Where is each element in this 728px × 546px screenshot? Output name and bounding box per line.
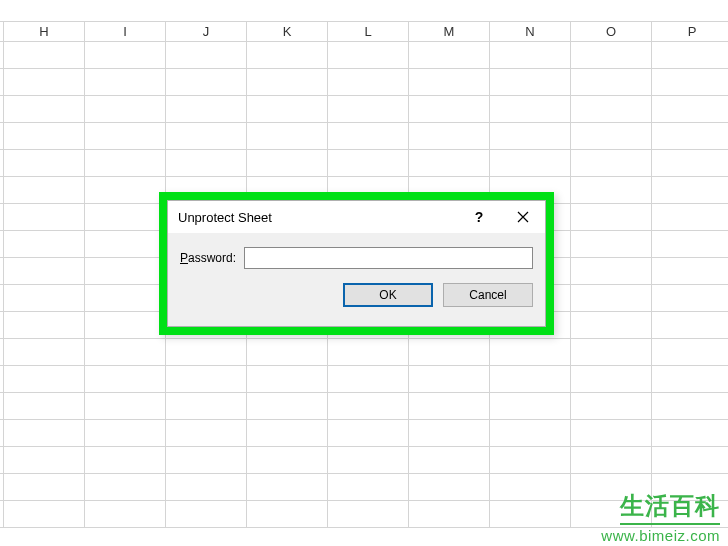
grid-cell[interactable] [652, 285, 728, 311]
grid-cell[interactable] [85, 231, 166, 257]
grid-cell[interactable] [85, 393, 166, 419]
grid-cell[interactable] [4, 366, 85, 392]
grid-cell[interactable] [247, 69, 328, 95]
column-header[interactable]: P [652, 22, 728, 41]
grid-cell[interactable] [166, 339, 247, 365]
grid-cell[interactable] [409, 501, 490, 527]
grid-cell[interactable] [409, 474, 490, 500]
grid-cell[interactable] [85, 501, 166, 527]
grid-cell[interactable] [328, 42, 409, 68]
grid-cell[interactable] [4, 123, 85, 149]
grid-cell[interactable] [4, 96, 85, 122]
grid-cell[interactable] [4, 501, 85, 527]
grid-cell[interactable] [571, 420, 652, 446]
grid-cell[interactable] [4, 42, 85, 68]
grid-cell[interactable] [571, 69, 652, 95]
grid-cell[interactable] [166, 447, 247, 473]
grid-cell[interactable] [4, 312, 85, 338]
grid-cell[interactable] [166, 150, 247, 176]
grid-cell[interactable] [4, 258, 85, 284]
grid-cell[interactable] [571, 393, 652, 419]
grid-cell[interactable] [490, 339, 571, 365]
grid-cell[interactable] [85, 447, 166, 473]
grid-cell[interactable] [652, 420, 728, 446]
grid-cell[interactable] [85, 366, 166, 392]
grid-cell[interactable] [409, 393, 490, 419]
column-header[interactable]: J [166, 22, 247, 41]
grid-cell[interactable] [652, 339, 728, 365]
grid-cell[interactable] [85, 420, 166, 446]
grid-cell[interactable] [571, 447, 652, 473]
grid-cell[interactable] [652, 366, 728, 392]
grid-cell[interactable] [490, 501, 571, 527]
grid-cell[interactable] [166, 96, 247, 122]
grid-cell[interactable] [247, 420, 328, 446]
grid-cell[interactable] [4, 177, 85, 203]
ok-button[interactable]: OK [343, 283, 433, 307]
grid-cell[interactable] [490, 150, 571, 176]
column-header[interactable]: H [4, 22, 85, 41]
grid-cell[interactable] [409, 150, 490, 176]
password-input[interactable] [244, 247, 533, 269]
grid-cell[interactable] [166, 393, 247, 419]
grid-cell[interactable] [166, 420, 247, 446]
column-header[interactable]: N [490, 22, 571, 41]
grid-cell[interactable] [4, 474, 85, 500]
cancel-button[interactable]: Cancel [443, 283, 533, 307]
grid-cell[interactable] [85, 339, 166, 365]
grid-cell[interactable] [409, 69, 490, 95]
grid-cell[interactable] [409, 123, 490, 149]
grid-cell[interactable] [409, 42, 490, 68]
grid-cell[interactable] [490, 123, 571, 149]
grid-cell[interactable] [247, 339, 328, 365]
grid-cell[interactable] [328, 474, 409, 500]
grid-cell[interactable] [4, 231, 85, 257]
column-header[interactable]: K [247, 22, 328, 41]
grid-cell[interactable] [571, 285, 652, 311]
grid-cell[interactable] [571, 123, 652, 149]
grid-cell[interactable] [4, 204, 85, 230]
grid-cell[interactable] [328, 393, 409, 419]
grid-cell[interactable] [490, 366, 571, 392]
grid-cell[interactable] [166, 366, 247, 392]
grid-cell[interactable] [85, 123, 166, 149]
grid-cell[interactable] [4, 150, 85, 176]
grid-cell[interactable] [571, 42, 652, 68]
grid-cell[interactable] [85, 96, 166, 122]
grid-cell[interactable] [652, 204, 728, 230]
grid-cell[interactable] [4, 285, 85, 311]
grid-cell[interactable] [571, 177, 652, 203]
grid-cell[interactable] [166, 123, 247, 149]
grid-cell[interactable] [4, 69, 85, 95]
grid-cell[interactable] [85, 285, 166, 311]
grid-cell[interactable] [328, 447, 409, 473]
grid-cell[interactable] [409, 447, 490, 473]
grid-cell[interactable] [247, 150, 328, 176]
grid-cell[interactable] [85, 258, 166, 284]
grid-cell[interactable] [328, 69, 409, 95]
grid-cell[interactable] [571, 258, 652, 284]
grid-cell[interactable] [652, 393, 728, 419]
grid-cell[interactable] [652, 447, 728, 473]
grid-cell[interactable] [328, 123, 409, 149]
grid-cell[interactable] [247, 474, 328, 500]
grid-cell[interactable] [490, 42, 571, 68]
grid-cell[interactable] [85, 42, 166, 68]
grid-cell[interactable] [328, 420, 409, 446]
grid-cell[interactable] [328, 366, 409, 392]
grid-cell[interactable] [652, 231, 728, 257]
grid-cell[interactable] [490, 69, 571, 95]
grid-cell[interactable] [247, 123, 328, 149]
grid-cell[interactable] [409, 96, 490, 122]
grid-cell[interactable] [571, 339, 652, 365]
grid-cell[interactable] [652, 123, 728, 149]
grid-cell[interactable] [652, 96, 728, 122]
grid-cell[interactable] [85, 312, 166, 338]
grid-cell[interactable] [85, 204, 166, 230]
grid-cell[interactable] [4, 420, 85, 446]
grid-cell[interactable] [328, 150, 409, 176]
grid-cell[interactable] [490, 420, 571, 446]
grid-cell[interactable] [4, 447, 85, 473]
column-header[interactable]: I [85, 22, 166, 41]
column-header[interactable]: L [328, 22, 409, 41]
